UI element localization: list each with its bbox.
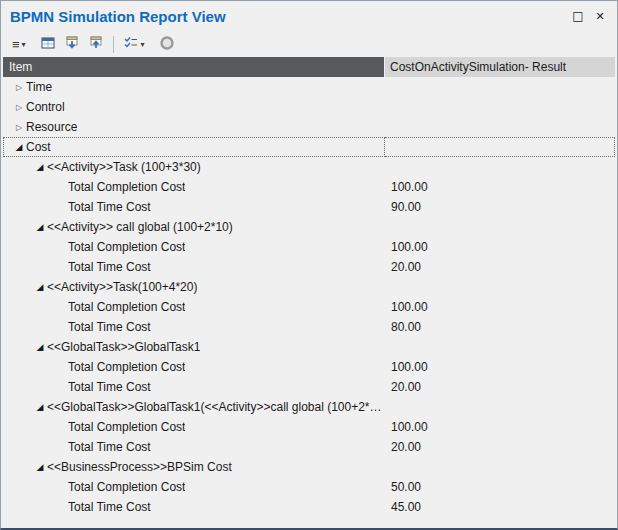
expand-toggle-icon[interactable]: ◢ <box>33 282 47 292</box>
item-cell[interactable]: Total Completion Cost <box>3 357 385 377</box>
row-label: <<Activity>> call global (100+2*10) <box>47 220 233 234</box>
tree-body: ▷ Time ▷ Control ▷ Resource ◢ Cost <box>3 77 615 517</box>
chevron-down-icon: ▾ <box>141 40 145 49</box>
table-row[interactable]: Total Time Cost 45.00 <box>3 497 615 517</box>
result-cell: 100.00 <box>385 237 615 257</box>
row-value: 20.00 <box>391 380 421 394</box>
row-label: <<GlobalTask>>GlobalTask1 <box>47 340 200 354</box>
hamburger-menu-icon: ≡ <box>12 38 20 51</box>
item-cell[interactable]: Total Completion Cost <box>3 417 385 437</box>
table-row[interactable]: Total Completion Cost 100.00 <box>3 237 615 257</box>
row-label: <<GlobalTask>>GlobalTask1(<<Activity>>ca… <box>47 400 384 414</box>
result-cell <box>385 157 615 177</box>
result-cell: 100.00 <box>385 357 615 377</box>
row-label: Control <box>26 100 65 114</box>
result-cell <box>385 397 615 417</box>
item-cell[interactable]: ▷ Time <box>3 77 385 97</box>
item-cell[interactable]: ◢ <<Activity>>Task (100+3*30) <box>3 157 385 177</box>
result-cell <box>385 217 615 237</box>
table-row[interactable]: Total Completion Cost 100.00 <box>3 417 615 437</box>
table-row[interactable]: Total Completion Cost 50.00 <box>3 477 615 497</box>
item-cell[interactable]: Total Time Cost <box>3 257 385 277</box>
item-cell[interactable]: ▷ Control <box>3 97 385 117</box>
table-row[interactable]: Total Time Cost 80.00 <box>3 317 615 337</box>
item-cell[interactable]: Total Time Cost <box>3 317 385 337</box>
row-label: Total Time Cost <box>68 440 151 454</box>
row-label: Total Time Cost <box>68 260 151 274</box>
collapse-all-button[interactable] <box>84 33 108 55</box>
table-row[interactable]: Total Completion Cost 100.00 <box>3 297 615 317</box>
result-cell: 100.00 <box>385 177 615 197</box>
expand-toggle-icon[interactable]: ◢ <box>33 162 47 172</box>
maximize-button[interactable]: □ <box>567 7 589 25</box>
item-cell[interactable]: Total Completion Cost <box>3 237 385 257</box>
expand-toggle-icon[interactable]: ◢ <box>33 462 47 472</box>
table-row[interactable]: ▷ Resource <box>3 117 615 137</box>
title-bar: BPMN Simulation Report View □ ✕ <box>1 1 617 31</box>
item-cell[interactable]: ◢ <<GlobalTask>>GlobalTask1 <box>3 337 385 357</box>
result-cell: 100.00 <box>385 417 615 437</box>
expand-all-button[interactable] <box>60 33 84 55</box>
row-label: Total Time Cost <box>68 380 151 394</box>
table-row[interactable]: Total Time Cost 20.00 <box>3 437 615 457</box>
table-row[interactable]: Total Time Cost 20.00 <box>3 377 615 397</box>
table-row[interactable]: Total Completion Cost 100.00 <box>3 177 615 197</box>
expand-toggle-icon[interactable]: ▷ <box>12 103 26 112</box>
close-button[interactable]: ✕ <box>589 7 611 25</box>
row-label: <<BusinessProcess>>BPSim Cost <box>47 460 232 474</box>
item-cell[interactable]: ◢ <<Activity>>Task(100+4*20) <box>3 277 385 297</box>
row-label: Total Completion Cost <box>68 300 185 314</box>
result-cell <box>385 137 615 157</box>
row-value: 100.00 <box>391 300 428 314</box>
item-cell[interactable]: Total Time Cost <box>3 497 385 517</box>
row-label: Total Completion Cost <box>68 240 185 254</box>
expand-toggle-icon[interactable]: ◢ <box>33 222 47 232</box>
item-cell[interactable]: ◢ <<Activity>> call global (100+2*10) <box>3 217 385 237</box>
collapse-all-icon <box>88 35 104 54</box>
result-cell: 50.00 <box>385 477 615 497</box>
table-row[interactable]: ◢ <<GlobalTask>>GlobalTask1(<<Activity>>… <box>3 397 615 417</box>
row-label: Cost <box>26 140 51 154</box>
expand-toggle-icon[interactable]: ◢ <box>12 142 26 152</box>
item-cell[interactable]: ◢ <<BusinessProcess>>BPSim Cost <box>3 457 385 477</box>
result-cell: 100.00 <box>385 297 615 317</box>
table-row[interactable]: ◢ <<Activity>>Task(100+4*20) <box>3 277 615 297</box>
table-row[interactable]: ▷ Control <box>3 97 615 117</box>
row-value: 45.00 <box>391 500 421 514</box>
table-row[interactable]: Total Time Cost 20.00 <box>3 257 615 277</box>
table-row[interactable]: Total Time Cost 90.00 <box>3 197 615 217</box>
item-cell[interactable]: Total Time Cost <box>3 437 385 457</box>
item-cell[interactable]: ◢ <<GlobalTask>>GlobalTask1(<<Activity>>… <box>3 397 385 417</box>
expand-toggle-icon[interactable]: ◢ <box>33 402 47 412</box>
item-cell[interactable]: Total Time Cost <box>3 377 385 397</box>
item-cell[interactable]: Total Completion Cost <box>3 297 385 317</box>
report-table-icon <box>40 35 56 54</box>
stop-button[interactable] <box>155 33 179 55</box>
expand-toggle-icon[interactable]: ▷ <box>12 123 26 132</box>
column-header-item[interactable]: Item <box>3 57 385 77</box>
table-row[interactable]: ◢ Cost <box>3 137 615 157</box>
item-cell[interactable]: Total Time Cost <box>3 197 385 217</box>
expand-toggle-icon[interactable]: ◢ <box>33 342 47 352</box>
column-header-result[interactable]: CostOnActivitySimulation- Result <box>385 57 615 77</box>
result-cell: 90.00 <box>385 197 615 217</box>
table-row[interactable]: ◢ <<GlobalTask>>GlobalTask1 <box>3 337 615 357</box>
table-row[interactable]: ▷ Time <box>3 77 615 97</box>
row-value: 100.00 <box>391 420 428 434</box>
item-cell[interactable]: ◢ Cost <box>3 137 385 157</box>
menu-button[interactable]: ≡ ▾ <box>8 33 30 55</box>
filter-button[interactable]: ▾ <box>119 33 149 55</box>
expand-toggle-icon[interactable]: ▷ <box>12 83 26 92</box>
table-row[interactable]: Total Completion Cost 100.00 <box>3 357 615 377</box>
table-row[interactable]: ◢ <<BusinessProcess>>BPSim Cost <box>3 457 615 477</box>
row-label: Total Time Cost <box>68 320 151 334</box>
item-cell[interactable]: ▷ Resource <box>3 117 385 137</box>
item-cell[interactable]: Total Completion Cost <box>3 477 385 497</box>
item-cell[interactable]: Total Completion Cost <box>3 177 385 197</box>
result-cell: 20.00 <box>385 377 615 397</box>
report-button[interactable] <box>36 33 60 55</box>
result-cell <box>385 77 615 97</box>
table-row[interactable]: ◢ <<Activity>> call global (100+2*10) <box>3 217 615 237</box>
table-row[interactable]: ◢ <<Activity>>Task (100+3*30) <box>3 157 615 177</box>
toolbar-separator <box>113 36 114 53</box>
